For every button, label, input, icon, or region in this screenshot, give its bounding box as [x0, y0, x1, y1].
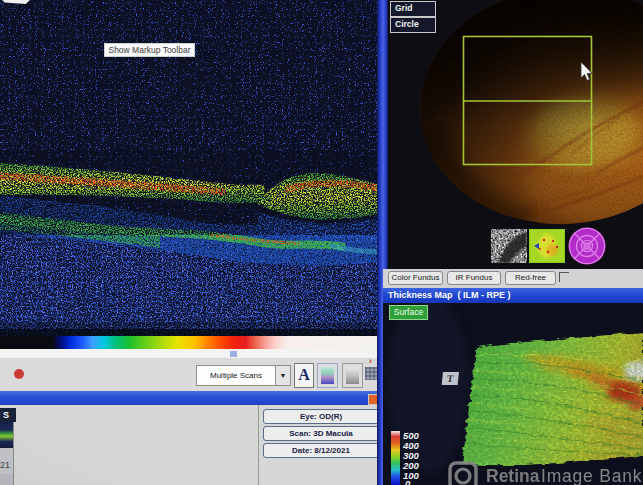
svg-text:0: 0 [405, 478, 411, 485]
svg-text:Image Bank: Image Bank [541, 466, 642, 485]
svg-text:Retina: Retina [486, 466, 540, 485]
